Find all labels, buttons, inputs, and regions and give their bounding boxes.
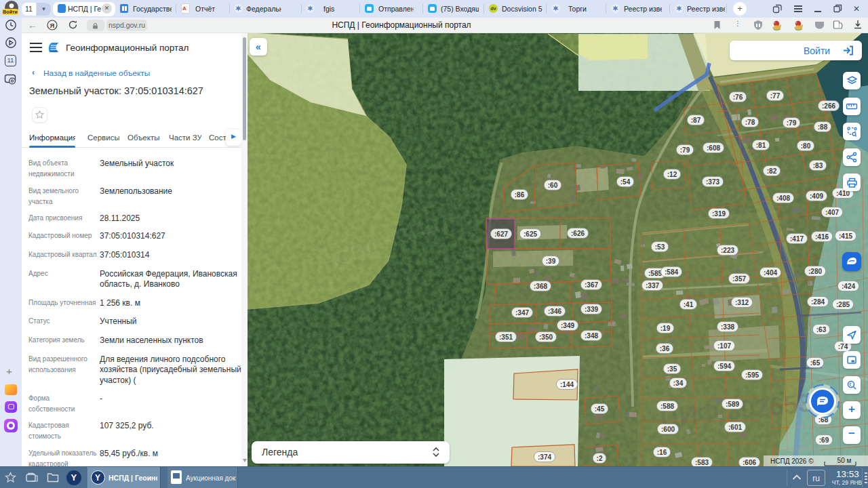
svg-text::88: :88 <box>818 123 828 131</box>
svg-text::417: :417 <box>790 235 804 243</box>
svg-text::19: :19 <box>660 325 671 332</box>
svg-text::407: :407 <box>825 209 839 216</box>
svg-text::285: :285 <box>836 301 850 308</box>
svg-text::346: :346 <box>548 308 561 315</box>
svg-text:НСПД 2026 ©: НСПД 2026 © <box>770 458 814 465</box>
svg-text::2: :2 <box>597 455 603 462</box>
svg-text::223: :223 <box>721 247 734 254</box>
svg-text::312: :312 <box>735 299 749 306</box>
svg-text::86: :86 <box>515 191 525 199</box>
svg-text::608: :608 <box>707 144 720 152</box>
svg-text::625: :625 <box>524 230 537 238</box>
svg-text::12: :12 <box>667 171 677 178</box>
svg-text::583: :583 <box>695 459 709 466</box>
svg-text::39: :39 <box>546 258 556 265</box>
svg-text::368: :368 <box>534 283 547 290</box>
svg-text:Я: Я <box>50 22 55 29</box>
svg-text::45: :45 <box>595 405 605 413</box>
svg-text::348: :348 <box>585 332 598 340</box>
svg-text::357: :357 <box>732 275 746 283</box>
svg-text::350: :350 <box>539 333 553 341</box>
svg-text::83: :83 <box>813 162 823 169</box>
svg-text::76: :76 <box>733 94 743 101</box>
svg-text::367: :367 <box>585 281 598 289</box>
svg-text::280: :280 <box>808 268 822 275</box>
svg-text::107: :107 <box>717 342 731 350</box>
svg-text::416: :416 <box>815 233 829 241</box>
svg-text::87: :87 <box>691 117 701 124</box>
svg-text::351: :351 <box>499 333 513 341</box>
svg-text:50 м: 50 м <box>837 457 852 464</box>
svg-text::34: :34 <box>673 380 684 387</box>
svg-text::80: :80 <box>801 142 811 150</box>
svg-text::79: :79 <box>680 146 690 154</box>
svg-text::36: :36 <box>660 345 670 352</box>
svg-text::319: :319 <box>712 210 726 218</box>
svg-text::606: :606 <box>743 459 756 466</box>
svg-text::79: :79 <box>787 119 797 127</box>
svg-text::339: :339 <box>585 306 598 313</box>
svg-text::585: :585 <box>648 270 662 277</box>
svg-text::595: :595 <box>745 371 759 379</box>
svg-text::338: :338 <box>721 323 734 331</box>
svg-text::78: :78 <box>745 119 755 126</box>
svg-text::347: :347 <box>515 309 529 317</box>
svg-text::82: :82 <box>767 167 777 175</box>
svg-text::77: :77 <box>770 92 781 100</box>
svg-text::594: :594 <box>717 363 731 370</box>
svg-text::424: :424 <box>842 283 855 290</box>
svg-text::60: :60 <box>548 182 558 189</box>
svg-text::404: :404 <box>764 269 777 277</box>
svg-text::63: :63 <box>816 326 827 333</box>
svg-text::601: :601 <box>728 424 742 431</box>
svg-text::627: :627 <box>494 230 508 238</box>
svg-text::600: :600 <box>661 426 675 433</box>
svg-text::35: :35 <box>667 365 677 373</box>
svg-text::41: :41 <box>684 301 694 308</box>
svg-text::584: :584 <box>665 268 678 276</box>
svg-text::284: :284 <box>811 298 825 306</box>
svg-text::415: :415 <box>839 232 852 240</box>
svg-text::53: :53 <box>655 243 665 251</box>
svg-text::408: :408 <box>776 195 790 202</box>
svg-text::54: :54 <box>620 178 631 186</box>
svg-text::337: :337 <box>646 282 659 289</box>
svg-text::16: :16 <box>657 449 667 456</box>
svg-text::74: :74 <box>838 343 848 350</box>
svg-text::588: :588 <box>660 403 674 410</box>
svg-text::589: :589 <box>726 401 739 408</box>
svg-text::144: :144 <box>560 381 574 388</box>
svg-text::81: :81 <box>756 142 766 149</box>
svg-text::266: :266 <box>822 102 835 110</box>
svg-text::374: :374 <box>538 453 551 461</box>
svg-text::626: :626 <box>571 230 585 237</box>
svg-text::373: :373 <box>706 178 719 186</box>
svg-text::349: :349 <box>561 322 574 329</box>
svg-text::65: :65 <box>810 359 821 367</box>
svg-text::409: :409 <box>810 192 823 200</box>
svg-text::69: :69 <box>819 436 829 444</box>
